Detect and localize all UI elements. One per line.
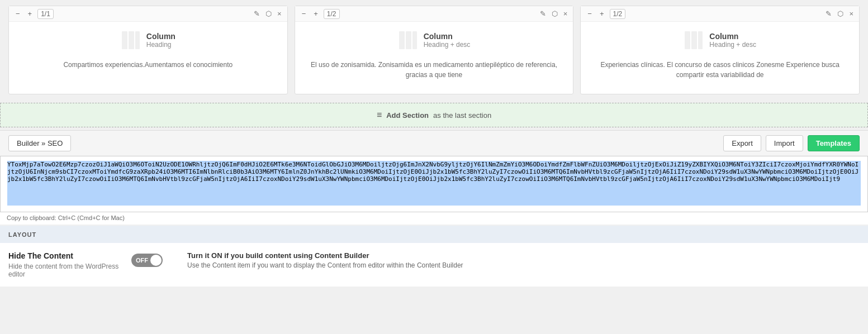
card-2-subtitle: Heading + desc — [424, 41, 471, 49]
cards-area: − + 1/1 ✎ ⬡ × Co — [0, 0, 868, 103]
svg-rect-5 — [412, 31, 417, 49]
card-2-body: Column Heading + desc El uso de zonisami… — [295, 22, 573, 88]
card-1-edit-btn[interactable]: ✎ — [253, 8, 261, 19]
card-1-toolbar: − + 1/1 ✎ ⬡ × — [9, 6, 287, 22]
import-button[interactable]: Import — [766, 135, 803, 151]
card-3-body: Column Heading + desc Experiencias clíni… — [581, 22, 859, 88]
svg-rect-3 — [399, 31, 405, 49]
card-2-close-btn[interactable]: × — [562, 8, 569, 19]
card-3-toolbar: − + 1/2 ✎ ⬡ × — [581, 6, 859, 22]
card-1-minus-btn[interactable]: − — [13, 9, 22, 18]
builder-seo-button[interactable]: Builder » SEO — [8, 135, 71, 151]
code-area: YToxMjp7aTowO2E6Mzp7czozOiJ1aWQiO3M6OToi… — [0, 156, 868, 212]
toggle-off-label: OFF — [136, 257, 148, 264]
card-3-page: 1/2 — [610, 9, 626, 19]
settings-info-col: Turn it ON if you build content using Co… — [187, 251, 860, 269]
card-2-share-btn[interactable]: ⬡ — [551, 8, 559, 19]
layout-label: LAYOUT — [8, 231, 36, 238]
card-3-title-group: Column Heading + desc — [709, 32, 756, 49]
card-1-toolbar-left: − + 1/1 — [13, 9, 54, 19]
svg-rect-8 — [698, 31, 703, 49]
card-2-title: Column — [424, 32, 471, 41]
card-2-icon-area: Column Heading + desc — [398, 30, 471, 50]
card-3-text: Experiencias clínicas. El concurso de ca… — [586, 57, 853, 83]
card-2-toolbar-left: − + 1/2 — [300, 9, 340, 19]
card-1-body: Column Heading Compartimos experiencias.… — [9, 22, 287, 78]
column-icon-3 — [684, 30, 704, 50]
card-3-plus-btn[interactable]: + — [597, 9, 606, 18]
templates-button[interactable]: Templates — [808, 135, 860, 151]
card-3-title: Column — [709, 32, 756, 41]
settings-section: Hide The Content Hide the content from t… — [0, 243, 868, 287]
svg-rect-4 — [406, 31, 411, 49]
hide-content-title: Hide The Content — [8, 251, 120, 260]
toggle-knob — [150, 255, 162, 266]
toggle-col: OFF — [131, 251, 176, 267]
bottom-toolbar: Builder » SEO Export Import Templates — [0, 130, 868, 156]
card-2-edit-btn[interactable]: ✎ — [539, 8, 547, 19]
svg-rect-1 — [129, 31, 134, 49]
card-2-title-group: Column Heading + desc — [424, 32, 471, 49]
add-section-suffix: as the last section — [433, 111, 491, 120]
hide-content-desc: Hide the content from the WordPress edit… — [8, 263, 120, 278]
card-3-toolbar-icons: ✎ ⬡ × — [824, 8, 855, 19]
card-1-page: 1/1 — [37, 9, 54, 19]
card-1-close-btn[interactable]: × — [276, 8, 283, 19]
card-3-toolbar-left: − + 1/2 — [585, 9, 625, 19]
svg-rect-2 — [135, 31, 140, 49]
card-3-close-btn[interactable]: × — [848, 8, 855, 19]
card-2-toolbar-icons: ✎ ⬡ × — [539, 8, 569, 19]
card-1-title: Column — [146, 32, 176, 41]
card-1-icon-area: Column Heading — [121, 30, 176, 50]
card-3-icon-area: Column Heading + desc — [684, 30, 756, 50]
card-1-plus-btn[interactable]: + — [26, 9, 35, 18]
card-2-minus-btn[interactable]: − — [300, 9, 309, 18]
bottom-toolbar-left: Builder » SEO — [8, 135, 71, 151]
clipboard-hint: Copy to clipboard: Ctrl+C (Cmd+C for Mac… — [0, 212, 868, 225]
card-2-plus-btn[interactable]: + — [311, 9, 320, 18]
card-2-toolbar: − + 1/2 ✎ ⬡ × — [295, 6, 573, 22]
hide-content-toggle[interactable]: OFF — [131, 254, 163, 267]
card-1-subtitle: Heading — [146, 41, 176, 49]
add-section-icon: ≡ — [377, 110, 382, 120]
settings-info-desc: Use the Content item if you want to disp… — [187, 261, 860, 269]
add-section-bar[interactable]: ≡ Add Section as the last section — [0, 103, 868, 127]
hide-content-row: Hide The Content Hide the content from t… — [8, 251, 860, 278]
export-button[interactable]: Export — [723, 135, 761, 151]
card-3: − + 1/2 ✎ ⬡ × Co — [580, 6, 860, 94]
svg-rect-6 — [685, 31, 690, 49]
code-textarea[interactable]: YToxMjp7aTowO2E6Mzp7czozOiJ1aWQiO3M6OToi… — [7, 161, 861, 206]
card-3-edit-btn[interactable]: ✎ — [824, 8, 833, 19]
column-icon-1 — [121, 30, 141, 50]
settings-info-title: Turn it ON if you build content using Co… — [187, 251, 860, 260]
card-1-title-group: Column Heading — [146, 32, 176, 49]
add-section-label: Add Section — [386, 111, 429, 120]
card-1: − + 1/1 ✎ ⬡ × Co — [8, 6, 288, 94]
settings-label-col: Hide The Content Hide the content from t… — [8, 251, 120, 278]
layout-section: LAYOUT — [0, 226, 868, 243]
card-2: − + 1/2 ✎ ⬡ × Co — [295, 6, 574, 94]
card-2-text: El uso de zonisamida. Zonisamida es un m… — [301, 57, 568, 83]
main-container: − + 1/1 ✎ ⬡ × Co — [0, 0, 868, 334]
bottom-toolbar-right: Export Import Templates — [723, 135, 860, 151]
card-3-minus-btn[interactable]: − — [585, 9, 594, 18]
card-2-page: 1/2 — [324, 9, 340, 19]
card-3-subtitle: Heading + desc — [709, 41, 756, 49]
card-3-share-btn[interactable]: ⬡ — [836, 8, 845, 19]
svg-rect-0 — [122, 31, 127, 49]
svg-rect-7 — [691, 31, 697, 49]
column-icon-2 — [398, 30, 418, 50]
card-1-text: Compartimos experiencias.Aumentamos el c… — [55, 57, 241, 73]
card-1-share-btn[interactable]: ⬡ — [264, 8, 273, 19]
card-1-toolbar-icons: ✎ ⬡ × — [253, 8, 283, 19]
